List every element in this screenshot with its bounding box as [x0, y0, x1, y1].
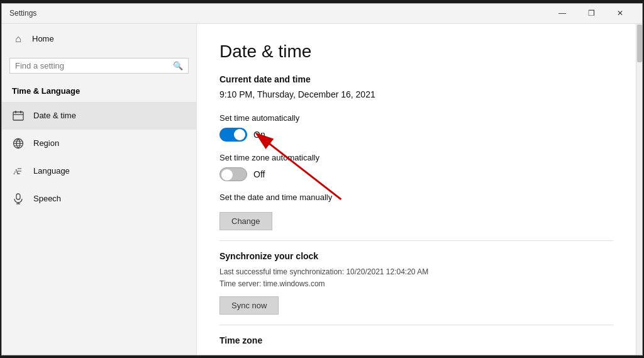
- sync-info-line2: Time server: time.windows.com: [219, 278, 613, 290]
- sidebar-date-time-label: Date & time: [33, 111, 76, 120]
- home-icon: ⌂: [12, 33, 25, 45]
- set-auto-toggle-row: On: [219, 128, 613, 142]
- svg-rect-2: [20, 111, 21, 113]
- set-timezone-toggle-row: Off: [219, 167, 613, 181]
- search-icon: 🔍: [173, 61, 183, 70]
- set-auto-status: On: [253, 130, 265, 140]
- sidebar-item-region[interactable]: Region: [2, 130, 196, 157]
- sidebar-home-item[interactable]: ⌂ Home: [2, 24, 196, 54]
- language-icon: A: [12, 165, 25, 177]
- divider-2: [219, 325, 613, 325]
- sidebar-item-speech[interactable]: Speech: [2, 185, 196, 213]
- divider-1: [219, 240, 613, 241]
- settings-window: Settings — ❐ ✕ ⌂ Home 🔍 Time & Language: [1, 3, 643, 355]
- window-controls: — ❐ ✕: [548, 3, 635, 23]
- sync-now-button[interactable]: Sync now: [219, 296, 279, 315]
- set-timezone-label: Set time zone automatically: [219, 153, 613, 162]
- sidebar-speech-label: Speech: [33, 194, 61, 203]
- sidebar-section-title: Time & Language: [2, 81, 196, 102]
- scrollbar-track: [636, 24, 642, 355]
- minimize-button[interactable]: —: [548, 3, 577, 23]
- svg-rect-0: [13, 112, 23, 120]
- timezone-section-heading: Time zone: [219, 335, 613, 345]
- current-datetime: 9:10 PM, Thursday, December 16, 2021: [219, 89, 613, 99]
- set-auto-toggle-knob: [234, 129, 245, 140]
- set-timezone-status: Off: [253, 169, 265, 179]
- sidebar: ⌂ Home 🔍 Time & Language Date & time: [2, 24, 197, 355]
- titlebar: Settings — ❐ ✕: [2, 4, 642, 24]
- main-content: ⌂ Home 🔍 Time & Language Date & time: [2, 24, 642, 355]
- home-label: Home: [32, 34, 54, 43]
- sidebar-region-label: Region: [33, 138, 59, 148]
- search-input[interactable]: [15, 61, 169, 70]
- speech-icon: [12, 193, 25, 205]
- svg-rect-1: [15, 111, 16, 113]
- sync-section-heading: Synchronize your clock: [219, 251, 613, 261]
- window-title: Settings: [9, 9, 36, 18]
- date-time-icon: [12, 109, 25, 122]
- set-manual-label: Set the date and time manually: [219, 193, 613, 202]
- page-title: Date & time: [219, 42, 613, 62]
- scrollbar-thumb[interactable]: [637, 25, 642, 62]
- content-area: Date & time Current date and time 9:10 P…: [197, 24, 636, 355]
- set-timezone-toggle-knob: [221, 169, 233, 181]
- sync-info: Last successful time synchronization: 10…: [219, 266, 613, 290]
- current-section-heading: Current date and time: [219, 74, 613, 84]
- set-timezone-toggle[interactable]: [219, 167, 247, 181]
- set-auto-toggle[interactable]: [219, 128, 247, 142]
- svg-rect-5: [16, 194, 20, 199]
- set-auto-label: Set time automatically: [219, 113, 613, 123]
- search-box[interactable]: 🔍: [9, 58, 189, 74]
- change-button[interactable]: Change: [219, 212, 272, 230]
- sidebar-item-date-time[interactable]: Date & time: [2, 102, 196, 130]
- restore-button[interactable]: ❐: [577, 3, 606, 23]
- sync-info-line1: Last successful time synchronization: 10…: [219, 266, 613, 278]
- close-button[interactable]: ✕: [606, 3, 635, 23]
- sidebar-item-language[interactable]: A Language: [2, 157, 196, 185]
- region-icon: [12, 137, 25, 150]
- content-wrapper: Date & time Current date and time 9:10 P…: [197, 24, 642, 355]
- sidebar-language-label: Language: [33, 166, 70, 176]
